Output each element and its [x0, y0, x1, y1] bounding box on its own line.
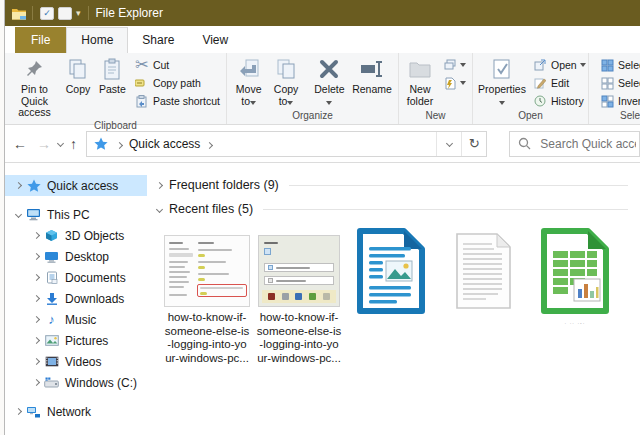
properties-button[interactable]: Properties — [477, 55, 527, 108]
copy-icon — [65, 56, 91, 82]
tab-share[interactable]: Share — [128, 28, 188, 53]
forward-button[interactable]: → — [37, 137, 51, 151]
sidebar-item-this-pc[interactable]: This PC — [5, 204, 147, 225]
main-area: Quick access This PC 3D Objects — [5, 163, 640, 433]
search-box[interactable] — [509, 131, 640, 157]
file-item-5[interactable]: · ·· ·-· — [529, 227, 621, 365]
chevron-right-icon[interactable] — [29, 254, 43, 259]
select-all-button[interactable]: Select all — [597, 56, 640, 74]
edit-button[interactable]: Edit — [530, 74, 589, 92]
new-item-caret — [460, 81, 466, 85]
back-button[interactable]: ← — [13, 137, 27, 151]
ribbon: Pin to Quick access Copy Paste ✂ — [5, 53, 640, 125]
chevron-right-icon[interactable] — [151, 183, 167, 188]
easy-access-button[interactable] — [440, 56, 469, 74]
chevron-right-icon[interactable] — [29, 233, 43, 238]
new-small-buttons — [440, 55, 469, 92]
sidebar-item-3d-objects[interactable]: 3D Objects — [5, 225, 147, 246]
breadcrumb-item-quick-access[interactable]: Quick access — [129, 137, 200, 151]
chevron-right-icon[interactable] — [29, 317, 43, 322]
invert-selection-button[interactable]: Invert selection — [597, 92, 640, 110]
copy-to-button[interactable]: Copy to — [268, 55, 303, 108]
address-bar[interactable]: Quick access ↻ — [86, 131, 487, 157]
refresh-button[interactable]: ↻ — [461, 132, 486, 156]
qat-new-folder-button[interactable] — [58, 7, 72, 20]
new-item-button[interactable] — [440, 74, 469, 92]
history-clock-icon — [533, 94, 547, 108]
chevron-right-icon[interactable] — [11, 409, 25, 414]
tab-home[interactable]: Home — [66, 27, 128, 53]
select-all-icon — [600, 58, 614, 72]
chevron-right-icon[interactable] — [11, 183, 25, 188]
open-group-label: Open — [473, 110, 588, 124]
sidebar-item-videos[interactable]: Videos — [5, 351, 147, 372]
sidebar-item-pictures[interactable]: Pictures — [5, 330, 147, 351]
up-button[interactable]: ↑ — [70, 137, 77, 151]
sidebar-item-downloads[interactable]: Downloads — [5, 288, 147, 309]
file-item-3[interactable] — [345, 227, 437, 365]
section-frequent-folders[interactable]: Frequent folders (9) — [151, 173, 640, 197]
tab-view[interactable]: View — [188, 28, 242, 53]
3d-objects-icon — [43, 229, 60, 242]
titlebar-separator — [32, 6, 33, 20]
new-folder-button[interactable]: New folder — [403, 55, 437, 108]
paste-shortcut-button[interactable]: Paste shortcut — [132, 92, 223, 110]
sidebar-item-desktop[interactable]: Desktop — [5, 246, 147, 267]
ribbon-tab-row: File Home Share View — [5, 26, 640, 53]
navigation-pane: Quick access This PC 3D Objects — [5, 163, 147, 433]
chevron-down-icon[interactable] — [151, 207, 167, 212]
sidebar-item-music[interactable]: ♪ Music — [5, 309, 147, 330]
qat-properties-button[interactable]: ✓ — [40, 7, 54, 20]
search-icon — [518, 137, 531, 150]
select-group-label: Select — [589, 110, 640, 124]
sidebar-item-network[interactable]: Network — [5, 401, 147, 422]
delete-caret — [326, 101, 332, 105]
sidebar-item-quick-access[interactable]: Quick access — [5, 175, 147, 196]
downloads-icon — [43, 292, 60, 305]
rename-button[interactable]: Rename — [350, 55, 394, 97]
recent-locations-dropdown[interactable] — [58, 139, 63, 148]
address-dropdown-button[interactable] — [436, 132, 461, 156]
chevron-right-icon[interactable] — [29, 275, 43, 280]
recent-files-row: how-to-know-if- someone-else-is -logging… — [161, 227, 640, 365]
quick-access-star-icon — [25, 179, 42, 192]
breadcrumb-chevron2 — [207, 137, 212, 151]
file-list-pane: Frequent folders (9) Recent files (5) — [147, 163, 640, 433]
delete-x-icon — [316, 56, 342, 82]
tab-file[interactable]: File — [15, 27, 66, 53]
breadcrumb-chevron — [117, 137, 122, 151]
sidebar-item-documents[interactable]: Documents — [5, 267, 147, 288]
pin-to-quick-access-button[interactable]: Pin to Quick access — [9, 55, 60, 120]
chevron-down-icon[interactable] — [11, 212, 25, 217]
search-input[interactable] — [538, 136, 638, 152]
copy-path-button[interactable]: Copy path — [132, 74, 223, 92]
section-recent-files[interactable]: Recent files (5) — [151, 197, 640, 221]
chevron-right-icon[interactable] — [29, 380, 43, 385]
file-item-1[interactable]: how-to-know-if- someone-else-is -logging… — [161, 227, 253, 365]
sidebar-item-windows-c[interactable]: Windows (C:) — [5, 372, 147, 393]
open-small-buttons: Open Edit History — [530, 55, 589, 110]
history-button[interactable]: History — [530, 92, 589, 110]
chevron-right-icon[interactable] — [29, 338, 43, 343]
chevron-right-icon[interactable] — [29, 296, 43, 301]
ribbon-group-new: New folder — [399, 53, 473, 124]
file-item-4[interactable] — [437, 227, 529, 365]
paste-button[interactable]: Paste — [96, 55, 129, 97]
easy-access-caret — [460, 63, 466, 67]
delete-button[interactable]: Delete — [311, 55, 348, 108]
videos-icon — [43, 356, 60, 367]
file-name: · ·· ·-· — [565, 320, 586, 326]
music-note-icon: ♪ — [43, 312, 60, 327]
select-none-button[interactable]: Select none — [597, 74, 640, 92]
qat-customize-dropdown[interactable]: ▾ — [76, 11, 81, 15]
copy-button[interactable]: Copy — [62, 55, 94, 97]
edit-pencil-icon — [533, 76, 547, 90]
move-to-button[interactable]: Move to — [231, 55, 266, 108]
chevron-right-icon[interactable] — [29, 359, 43, 364]
open-button[interactable]: Open — [530, 56, 589, 74]
file-item-2[interactable]: how-to-know-if- someone-else-is -logging… — [253, 227, 345, 365]
cut-button[interactable]: ✂ Cut — [132, 56, 223, 74]
writer-document-icon — [356, 227, 426, 319]
ribbon-group-open: Properties Open Edit — [473, 53, 589, 124]
open-caret — [580, 63, 586, 67]
